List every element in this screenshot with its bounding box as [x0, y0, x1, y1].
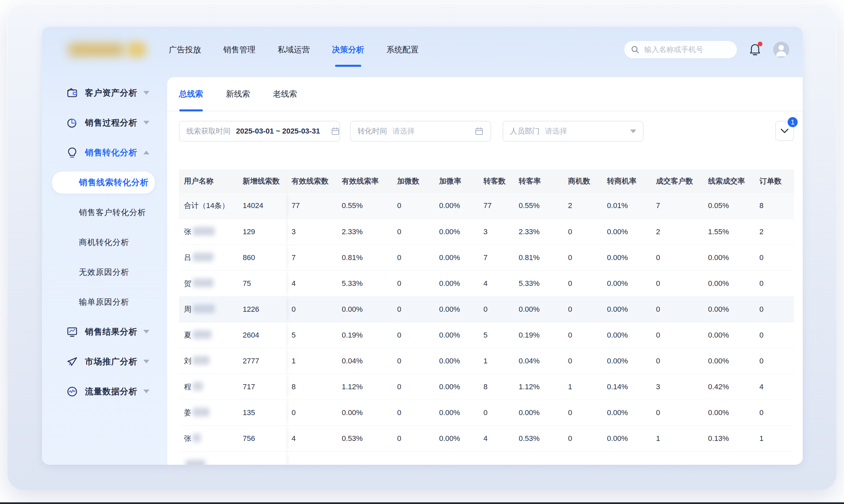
column-header-2: 有效线索数: [286, 169, 337, 193]
cell-3: 0: [392, 296, 434, 322]
cell-5: 77: [478, 193, 514, 219]
cell-10: 0.00%: [703, 322, 754, 348]
filter-1[interactable]: 转化时间请选择: [350, 121, 491, 142]
notification-bell-icon[interactable]: [748, 42, 762, 57]
cell-8: [602, 451, 651, 465]
filter-2[interactable]: 人员部门请选择: [503, 121, 644, 142]
sidebar-item-4[interactable]: 市场推广分析: [42, 347, 167, 377]
cell-8: 0.14%: [602, 374, 651, 400]
sidebar-item-0[interactable]: 客户资产分析: [42, 78, 167, 108]
sidebar-subitem-1[interactable]: 销售客户转化分析: [42, 197, 167, 227]
cell-5: 8: [478, 374, 514, 400]
cell-9: 0: [651, 400, 703, 426]
cell-8: 0.00%: [602, 245, 651, 270]
redacted-name: [193, 408, 210, 416]
column-header-5: 加微率: [434, 169, 478, 193]
cell-6: 1.12%: [514, 374, 563, 400]
sidebar-item-5[interactable]: 流量数据分析: [42, 377, 167, 406]
cell-10: 0.13%: [703, 426, 754, 451]
cell-8: 0.00%: [602, 426, 651, 451]
filter-label: 线索获取时间: [186, 126, 231, 136]
tab-2[interactable]: 老线索: [273, 77, 297, 111]
sidebar-subitem-4[interactable]: 输单原因分析: [42, 287, 167, 317]
lead-tabs: 总线索新线索老线索: [167, 77, 803, 111]
top-nav-item-0[interactable]: 广告投放: [169, 35, 201, 64]
summary-row: 合计（14条）14024770.55%00.00%770.55%20.01%70…: [179, 193, 794, 219]
cell-10: 0.05%: [703, 193, 754, 219]
cell-user-name: 张: [179, 219, 238, 245]
cell-7: 0: [563, 322, 602, 348]
sidebar-item-2[interactable]: 销售转化分析: [42, 138, 167, 167]
cell-7: [563, 451, 602, 465]
redacted-name: [193, 304, 215, 313]
sidebar-subitem-active[interactable]: 销售线索转化分析: [52, 172, 155, 194]
filter-0[interactable]: 线索获取时间2025-03-01 ~ 2025-03-31: [179, 121, 340, 142]
table-row: 刘277710.04%00.00%10.04%00.00%00.00%0: [179, 348, 794, 374]
sidebar-subitem-2[interactable]: 商机转化分析: [42, 227, 167, 257]
cell-0: 756: [238, 426, 286, 451]
cell-5: 4: [478, 426, 514, 451]
calendar-icon: [331, 126, 340, 136]
lead-conversion-table: 用户名称新增线索数有效线索数有效线索率加微数加微率转客数转客率商机数转商机率成交…: [179, 169, 794, 465]
cell-user-name: 刘: [179, 348, 238, 374]
top-nav-item-4[interactable]: 系统配置: [386, 35, 419, 64]
sidebar-item-1[interactable]: 销售过程分析: [42, 108, 167, 138]
cell-7: 0: [563, 348, 602, 374]
top-nav-item-1[interactable]: 销售管理: [223, 35, 256, 64]
cell-9: 0: [651, 296, 703, 322]
cell-7: 2: [563, 193, 602, 219]
cell-0: 717: [238, 374, 286, 400]
cell-1: 3: [286, 219, 337, 245]
cell-3: 0: [392, 348, 434, 374]
sidebar-item-label: 市场推广分析: [85, 356, 137, 367]
cell-5: 1: [478, 348, 514, 374]
cell-10: [703, 451, 754, 465]
cell-9: 3: [651, 374, 703, 400]
filter-collapse-button[interactable]: 1: [775, 121, 794, 141]
cell-6: 0.19%: [514, 322, 563, 348]
cell-10: 0.00%: [703, 400, 754, 426]
column-header-12: 订单数: [754, 169, 794, 193]
cell-9: 0: [651, 348, 703, 374]
cell-2: 0.04%: [337, 348, 392, 374]
user-avatar[interactable]: [773, 42, 789, 58]
cell-4: [434, 451, 478, 465]
cell-user-name: 周: [179, 296, 238, 322]
redacted-name: [193, 382, 203, 391]
cell-9: 1: [651, 426, 703, 451]
cell-4: 0.00%: [434, 296, 478, 322]
cell-2: 0.81%: [337, 245, 392, 270]
cell-2: 1.12%: [337, 374, 392, 400]
redacted-name: [193, 434, 201, 442]
cell-0: 1226: [238, 296, 286, 322]
cell-8: 0.00%: [602, 219, 651, 245]
cell-2: 0.55%: [337, 193, 392, 219]
cell-11: 4: [754, 374, 794, 400]
cell-2: 2.33%: [337, 219, 392, 245]
page: 广告投放销售管理私域运营决策分析系统配置 输入名称或手机号: [0, 0, 844, 504]
cell-0: [238, 451, 286, 465]
pie-chart-icon: [66, 117, 78, 129]
cell-9: [651, 451, 703, 465]
cell-11: 0: [754, 245, 794, 270]
tab-1[interactable]: 新线索: [226, 77, 250, 111]
tab-0[interactable]: 总线索: [179, 77, 203, 111]
top-nav-item-2[interactable]: 私域运营: [278, 35, 310, 64]
app-header: 广告投放销售管理私域运营决策分析系统配置 输入名称或手机号: [42, 35, 803, 64]
sidebar-subitem-3[interactable]: 无效原因分析: [42, 257, 167, 287]
cell-8: 0.00%: [602, 400, 651, 426]
wallet-icon: [66, 87, 78, 99]
search-icon: [631, 45, 639, 54]
cell-4: 0.00%: [434, 245, 478, 270]
cell-3: 0: [392, 270, 434, 296]
global-search-input[interactable]: 输入名称或手机号: [624, 41, 737, 58]
cell-0: 2604: [238, 322, 286, 348]
main-panel: 总线索新线索老线索 线索获取时间2025-03-01 ~ 2025-03-31转…: [167, 77, 803, 465]
sidebar-item-3[interactable]: 销售结果分析: [42, 317, 167, 347]
chevron-down-icon: [143, 121, 150, 125]
cell-4: 0.00%: [434, 219, 478, 245]
app-window: 广告投放销售管理私域运营决策分析系统配置 输入名称或手机号: [42, 27, 803, 465]
cell-user-name: 贺: [179, 270, 238, 296]
filter-placeholder: 请选择: [545, 126, 567, 136]
top-nav-item-3[interactable]: 决策分析: [332, 35, 364, 64]
